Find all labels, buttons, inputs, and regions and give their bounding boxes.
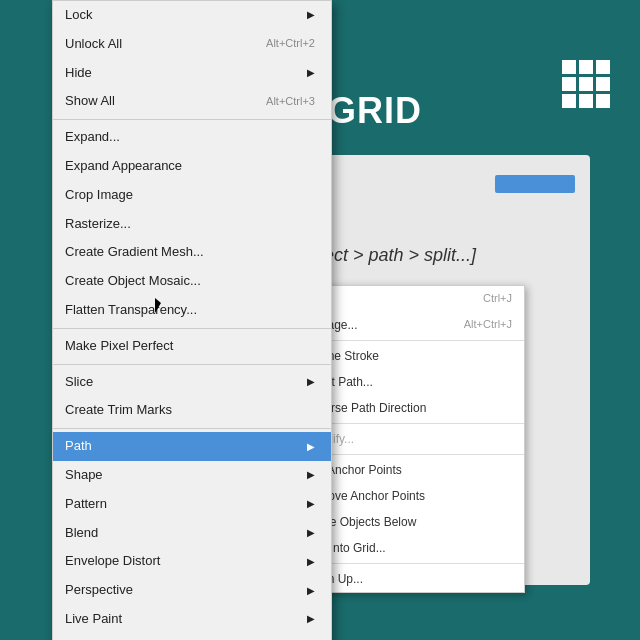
menu-item-lock[interactable]: Lock ▶ <box>53 1 331 30</box>
menu-item-make-pixel-perfect[interactable]: Make Pixel Perfect <box>53 332 331 361</box>
grid-icon-container <box>562 60 610 108</box>
menu-item-slice[interactable]: Slice ▶ <box>53 368 331 397</box>
menu-item-image-trace[interactable]: Image Trace ▶ <box>53 634 331 640</box>
menu-item-envelope-distort[interactable]: Envelope Distort ▶ <box>53 547 331 576</box>
menu-item-expand-appearance[interactable]: Expand Appearance <box>53 152 331 181</box>
arrow-icon: ▶ <box>307 611 315 627</box>
grid-cell <box>579 60 593 74</box>
grid-cell <box>596 60 610 74</box>
grid-cell <box>562 60 576 74</box>
arrow-icon: ▶ <box>307 496 315 512</box>
menu-item-shape[interactable]: Shape ▶ <box>53 461 331 490</box>
grid-cell <box>579 77 593 91</box>
menu-item-create-gradient-mesh[interactable]: Create Gradient Mesh... <box>53 238 331 267</box>
menu-divider-1 <box>53 119 331 120</box>
menu-item-create-object-mosaic[interactable]: Create Object Mosaic... <box>53 267 331 296</box>
menu-item-crop-image[interactable]: Crop Image <box>53 181 331 210</box>
menu-item-pattern[interactable]: Pattern ▶ <box>53 490 331 519</box>
arrow-icon: ▶ <box>307 583 315 599</box>
menu-item-unlock-all[interactable]: Unlock All Alt+Ctrl+2 <box>53 30 331 59</box>
menu-item-flatten-transparency[interactable]: Flatten Transparency... <box>53 296 331 325</box>
main-dropdown-menu: Lock ▶ Unlock All Alt+Ctrl+2 Hide ▶ Show… <box>52 0 332 640</box>
menu-item-live-paint[interactable]: Live Paint ▶ <box>53 605 331 634</box>
blue-bar <box>495 175 575 193</box>
arrow-icon: ▶ <box>307 467 315 483</box>
grid-cell <box>562 77 576 91</box>
arrow-icon: ▶ <box>307 554 315 570</box>
menu-item-hide[interactable]: Hide ▶ <box>53 59 331 88</box>
arrow-icon: ▶ <box>307 7 315 23</box>
menu-divider-4 <box>53 428 331 429</box>
arrow-icon: ▶ <box>307 65 315 81</box>
arrow-icon: ▶ <box>307 439 315 455</box>
menu-item-rasterize[interactable]: Rasterize... <box>53 210 331 239</box>
arrow-icon: ▶ <box>307 374 315 390</box>
grid-cell <box>596 77 610 91</box>
menu-item-blend[interactable]: Blend ▶ <box>53 519 331 548</box>
menu-item-create-trim-marks[interactable]: Create Trim Marks <box>53 396 331 425</box>
grid-cell <box>596 94 610 108</box>
grid-cell <box>562 94 576 108</box>
menu-divider-2 <box>53 328 331 329</box>
menu-divider-3 <box>53 364 331 365</box>
grid-cell <box>579 94 593 108</box>
menu-item-path[interactable]: Path ▶ <box>53 432 331 461</box>
grid-icon <box>562 60 610 108</box>
menu-item-perspective[interactable]: Perspective ▶ <box>53 576 331 605</box>
arrow-icon: ▶ <box>307 525 315 541</box>
menu-item-show-all[interactable]: Show All Alt+Ctrl+3 <box>53 87 331 116</box>
menu-item-expand[interactable]: Expand... <box>53 123 331 152</box>
